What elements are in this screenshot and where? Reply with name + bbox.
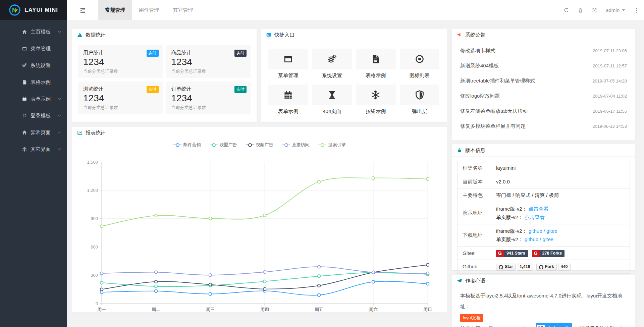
link-prefix: 单页版-v2： [496, 236, 523, 242]
stat-card-2: 浏览统计1234当前分类总记录数实时 [78, 81, 163, 114]
version-link[interactable]: gitee [542, 236, 553, 242]
megaphone-icon [457, 32, 462, 38]
layui-doc-badge[interactable]: layui文档 [460, 314, 483, 322]
status-badge: 实时 [234, 86, 247, 93]
github-fork-button[interactable]: Fork [536, 264, 557, 271]
home-icon [22, 29, 27, 35]
sidebar-item-3[interactable]: 表格示例 [0, 74, 67, 91]
link-prefix: 单页版-v2： [496, 214, 523, 220]
flag-icon [22, 113, 27, 118]
github-count[interactable]: 1,419 [517, 264, 533, 271]
legend-marker-icon [246, 144, 254, 147]
version-table: 框架名称layuimini当前版本v2.0.0主要特色零门槛 / 响应式 / 清… [457, 161, 630, 274]
sidebar-menu: 主页模板菜单管理系统设置表格示例表单示例登录模板异常页面其它界面 [0, 20, 67, 158]
gears-icon [327, 54, 337, 64]
card-icon [266, 32, 271, 38]
version-link[interactable]: gitee [546, 228, 557, 234]
quick-tile-label: 系统设置 [312, 72, 352, 79]
trash-icon[interactable] [578, 7, 583, 13]
svg-text:周二: 周二 [152, 307, 160, 312]
collapse-sidebar-button[interactable] [67, 0, 98, 20]
chevron-down-icon [57, 147, 62, 152]
gitee-logo-icon: G [532, 250, 540, 257]
announcement-row[interactable]: 修改logo缩放问题2019-07-04 11:02 [460, 89, 627, 104]
announcement-row[interactable]: 新增treetable插件和菜单管理样式2019-07-05 14:28 [460, 73, 627, 89]
announcement-row[interactable]: 新增系统404模板2019-07-11 12:57 [460, 58, 627, 73]
file-icon [22, 79, 27, 85]
join-qq-button[interactable]: 加入QQ群 [536, 323, 572, 327]
version-row: 当前版本v2.0.0 [458, 175, 630, 188]
version-link[interactable]: 点击查看 [525, 214, 545, 220]
gitee-badge[interactable]: G941 Stars [496, 250, 528, 257]
stat-value: 1234 [171, 93, 246, 104]
legend-item[interactable]: 直接访问 [282, 142, 310, 148]
fullscreen-icon[interactable] [592, 7, 597, 13]
sidebar-item-label: 其它界面 [31, 146, 51, 153]
announcement-row[interactable]: 修复左侧菜单缩放tab无法移动2019-06-17 11:55 [460, 104, 627, 119]
stat-card-0: 用户统计1234当前分类总记录数实时 [78, 45, 163, 78]
gitee-badge[interactable]: G278 Forks [532, 250, 565, 257]
page-scrollbar[interactable] [640, 20, 644, 327]
version-value: layuimini [496, 165, 516, 171]
stat-desc: 当前分类总记录数 [171, 105, 246, 111]
quick-tile-6[interactable]: 按钮示例 [356, 85, 396, 115]
version-link[interactable]: github [529, 228, 542, 234]
version-row: 主要特色零门槛 / 响应式 / 清爽 / 极简 [458, 188, 630, 202]
sidebar-item-7[interactable]: 其它界面 [0, 141, 67, 158]
sidebar-item-label: 系统设置 [31, 62, 51, 69]
svg-text:600: 600 [91, 244, 98, 250]
announcement-row[interactable]: 修复多模块菜单栏展开有问题2019-06-13 14:53 [460, 119, 627, 134]
sidebar-item-1[interactable]: 菜单管理 [0, 40, 67, 57]
github-star-button[interactable]: Star [496, 264, 516, 271]
quick-tile-3[interactable]: 图标列表 [400, 49, 440, 79]
quick-tile-label: 表格示例 [356, 72, 396, 79]
version-link[interactable]: 点击查看 [529, 206, 549, 212]
github-count[interactable]: 440 [558, 264, 571, 271]
window-icon [283, 54, 293, 64]
quick-tile-label: 表单示例 [268, 108, 308, 115]
quick-tile-4[interactable]: 表单示例 [268, 85, 308, 115]
refresh-icon[interactable] [564, 7, 569, 13]
version-row: 框架名称layuimini [458, 161, 630, 175]
announcement-date: 2019-06-17 11:55 [593, 109, 627, 114]
snowflake-icon [371, 90, 381, 100]
announcement-row[interactable]: 修改选项卡样式2019-07-11 23:06 [460, 43, 627, 58]
sidebar-item-label: 表格示例 [31, 79, 51, 86]
sidebar-item-label: 主页模板 [31, 29, 51, 35]
sidebar-item-6[interactable]: 异常页面 [0, 124, 67, 141]
version-card: 版本信息 框架名称layuimini当前版本v2.0.0主要特色零门槛 / 响应… [452, 144, 635, 270]
version-link[interactable]: github [525, 236, 538, 242]
stat-value: 1234 [171, 57, 246, 67]
tab-1[interactable]: 组件管理 [132, 0, 166, 20]
legend-item[interactable]: 视频广告 [246, 142, 273, 148]
sidebar-item-5[interactable]: 登录模板 [0, 107, 67, 124]
legend-item[interactable]: 搜索引擎 [318, 142, 346, 148]
sidebar-item-2[interactable]: 系统设置 [0, 57, 67, 74]
svg-text:1,500: 1,500 [87, 160, 98, 165]
stat-card-1: 商品统计1234当前分类总记录数实时 [166, 45, 251, 78]
author-card: 作者心语 本模板基于layui2.5.4以及font-awesome-4.7.0… [452, 275, 635, 327]
github-icon [539, 265, 543, 269]
quick-tile-7[interactable]: 弹出层 [400, 85, 440, 115]
tab-2[interactable]: 其它管理 [166, 0, 200, 20]
version-row-label: Gitee [458, 246, 491, 260]
legend-marker-icon [173, 144, 181, 147]
tab-0[interactable]: 常规管理 [98, 0, 132, 20]
more-menu-icon[interactable]: ⋮ [634, 7, 639, 13]
report-chart: 03006009001,2001,500周一周二周三周四周五周六周日 [72, 149, 447, 312]
quick-tile-2[interactable]: 表格示例 [356, 49, 396, 79]
legend-item[interactable]: 联盟广告 [210, 142, 237, 148]
announcement-text: 修改logo缩放问题 [460, 93, 500, 99]
quick-tile-1[interactable]: 系统设置 [312, 49, 352, 79]
chevron-down-icon [57, 30, 62, 34]
hourglass-icon [327, 90, 337, 100]
logo[interactable]: LAYUI MINI [0, 0, 67, 20]
stats-card-header: 数据统计 [72, 29, 257, 41]
user-menu[interactable]: admin [606, 7, 625, 13]
quick-tile-0[interactable]: 菜单管理 [268, 49, 308, 79]
link-prefix: iframe版-v2： [496, 206, 527, 212]
sidebar-item-4[interactable]: 表单示例 [0, 91, 67, 107]
sidebar-item-0[interactable]: 主页模板 [0, 23, 67, 40]
quick-tile-5[interactable]: 404页面 [312, 85, 352, 115]
legend-item[interactable]: 邮件营销 [173, 142, 201, 148]
